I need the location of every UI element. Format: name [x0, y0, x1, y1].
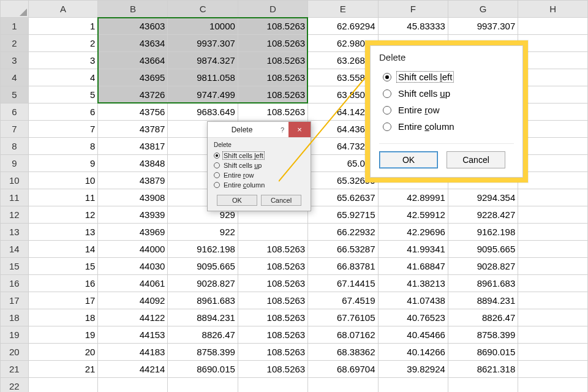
- row-header[interactable]: 13: [1, 224, 29, 241]
- cell[interactable]: 7: [28, 121, 98, 138]
- row-header[interactable]: 18: [1, 309, 29, 326]
- cell[interactable]: [518, 35, 588, 52]
- column-header[interactable]: E: [308, 1, 378, 18]
- cell[interactable]: 9028.827: [448, 258, 518, 275]
- cell[interactable]: 8: [28, 138, 98, 155]
- cell[interactable]: 11: [28, 189, 98, 206]
- cell[interactable]: 41.38213: [378, 275, 448, 292]
- column-header[interactable]: F: [378, 1, 448, 18]
- cell[interactable]: 108.5263: [238, 292, 307, 309]
- row-header[interactable]: 5: [1, 86, 29, 104]
- cell[interactable]: 9095.665: [168, 258, 238, 275]
- cell[interactable]: 65.92715: [308, 206, 378, 224]
- cell[interactable]: 9874.327: [168, 52, 238, 69]
- column-header[interactable]: C: [168, 1, 238, 18]
- cell[interactable]: 44092: [98, 292, 168, 309]
- cell[interactable]: [518, 258, 588, 275]
- cancel-button[interactable]: Cancel: [447, 151, 505, 168]
- column-header[interactable]: A: [28, 1, 98, 18]
- cell[interactable]: 42.89991: [378, 189, 448, 206]
- cell[interactable]: 108.5263: [238, 35, 307, 52]
- cell[interactable]: 43817: [98, 138, 168, 155]
- row-header[interactable]: 7: [1, 121, 29, 138]
- cell[interactable]: 108.5263: [238, 104, 307, 121]
- cell[interactable]: 41.68847: [378, 258, 448, 275]
- cell[interactable]: 10: [28, 172, 98, 189]
- row-header[interactable]: 14: [1, 241, 29, 258]
- cell[interactable]: 9162.198: [168, 241, 238, 258]
- cell[interactable]: 1: [28, 18, 98, 35]
- cell[interactable]: 8961.683: [448, 275, 518, 292]
- row-header[interactable]: 6: [1, 104, 29, 121]
- cell[interactable]: [518, 138, 588, 155]
- ok-button[interactable]: OK: [217, 195, 257, 206]
- row-header[interactable]: 22: [1, 378, 29, 393]
- cell[interactable]: 44153: [98, 326, 168, 344]
- row-header[interactable]: 20: [1, 344, 29, 361]
- row-header[interactable]: 4: [1, 69, 29, 86]
- cell[interactable]: 9683.649: [168, 104, 238, 121]
- option-shift-left[interactable]: Shift cells left: [379, 69, 514, 85]
- cell[interactable]: 40.45466: [378, 326, 448, 344]
- cell[interactable]: 108.5263: [238, 326, 307, 344]
- option-entire-col[interactable]: Entire column: [214, 180, 304, 190]
- cell[interactable]: 43879: [98, 172, 168, 189]
- column-header[interactable]: D: [238, 1, 307, 18]
- cell[interactable]: 45.83333: [378, 18, 448, 35]
- cell[interactable]: 108.5263: [238, 86, 307, 104]
- cell[interactable]: [518, 121, 588, 138]
- cell[interactable]: 43969: [98, 224, 168, 241]
- cell[interactable]: [448, 378, 518, 393]
- option-entire-col[interactable]: Entire column: [379, 118, 514, 135]
- cell[interactable]: 43603: [98, 18, 168, 35]
- cell[interactable]: 43939: [98, 206, 168, 224]
- cell[interactable]: [378, 378, 448, 393]
- row-header[interactable]: 21: [1, 361, 29, 378]
- cell[interactable]: 41.07438: [378, 292, 448, 309]
- row-header[interactable]: 10: [1, 172, 29, 189]
- cell[interactable]: 43848: [98, 155, 168, 172]
- select-all-corner[interactable]: [1, 1, 29, 18]
- cell[interactable]: 42.29696: [378, 224, 448, 241]
- cell[interactable]: [518, 52, 588, 69]
- cell[interactable]: 68.69704: [308, 361, 378, 378]
- cell[interactable]: 108.5263: [238, 241, 307, 258]
- cell[interactable]: 8826.47: [448, 309, 518, 326]
- cell[interactable]: [518, 309, 588, 326]
- cell[interactable]: 6: [28, 104, 98, 121]
- cell[interactable]: 108.5263: [238, 344, 307, 361]
- cell[interactable]: 9937.307: [168, 35, 238, 52]
- cell[interactable]: [518, 344, 588, 361]
- row-header[interactable]: 8: [1, 138, 29, 155]
- cell[interactable]: 66.83781: [308, 258, 378, 275]
- cell[interactable]: 43756: [98, 104, 168, 121]
- cell[interactable]: [518, 326, 588, 344]
- row-header[interactable]: 15: [1, 258, 29, 275]
- cell[interactable]: 42.59912: [378, 206, 448, 224]
- cell[interactable]: 108.5263: [238, 309, 307, 326]
- cell[interactable]: 9028.827: [168, 275, 238, 292]
- cell[interactable]: 65.62637: [308, 189, 378, 206]
- cell[interactable]: [98, 378, 168, 393]
- cell[interactable]: [518, 292, 588, 309]
- cell[interactable]: 108.5263: [238, 69, 307, 86]
- cell[interactable]: 8758.399: [448, 326, 518, 344]
- cell[interactable]: 67.76105: [308, 309, 378, 326]
- cell[interactable]: 13: [28, 224, 98, 241]
- cell[interactable]: 21: [28, 361, 98, 378]
- cell[interactable]: 62.69294: [308, 18, 378, 35]
- cell[interactable]: 43787: [98, 121, 168, 138]
- row-header[interactable]: 17: [1, 292, 29, 309]
- cell[interactable]: 8894.231: [448, 292, 518, 309]
- row-header[interactable]: 9: [1, 155, 29, 172]
- cell[interactable]: [518, 18, 588, 35]
- cell[interactable]: 8758.399: [168, 344, 238, 361]
- cell[interactable]: 66.53287: [308, 241, 378, 258]
- row-header[interactable]: 11: [1, 189, 29, 206]
- cell[interactable]: 2: [28, 35, 98, 52]
- cell[interactable]: [518, 86, 588, 104]
- cell[interactable]: [518, 206, 588, 224]
- row-header[interactable]: 1: [1, 18, 29, 35]
- option-shift-up[interactable]: Shift cells up: [379, 85, 514, 102]
- cell[interactable]: 39.82924: [378, 361, 448, 378]
